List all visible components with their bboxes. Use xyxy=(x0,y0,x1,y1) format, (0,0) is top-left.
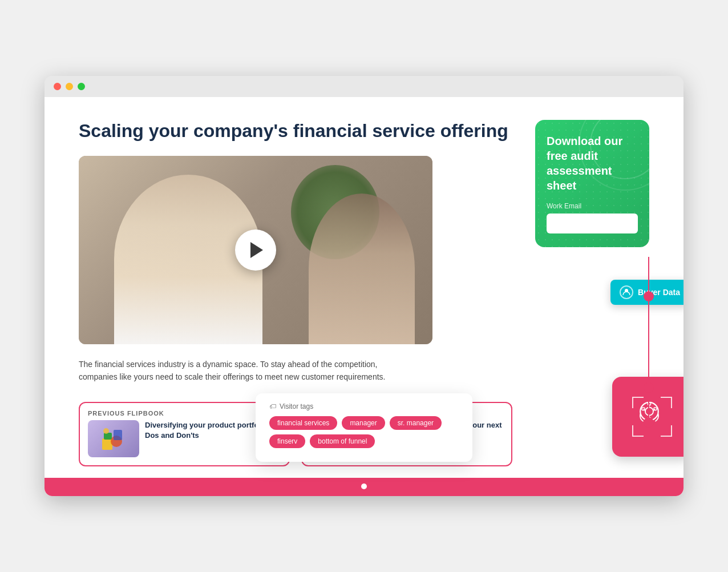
tag-financial-services[interactable]: financial services xyxy=(269,416,337,430)
right-column: Download our free audit assessment sheet… xyxy=(535,120,649,247)
browser-dot-red xyxy=(54,83,61,90)
bottom-dot-indicator xyxy=(361,484,367,489)
tag-bottom-of-funnel[interactable]: bottom of funnel xyxy=(310,434,375,448)
browser-dot-yellow xyxy=(66,83,73,90)
ai-brain-icon xyxy=(629,394,675,440)
tag-finserv[interactable]: finserv xyxy=(269,434,305,448)
play-triangle-icon xyxy=(250,242,263,258)
tags-row-1: financial services manager sr. manager xyxy=(269,416,459,430)
svg-rect-12 xyxy=(104,433,112,440)
bottom-bar xyxy=(45,478,683,496)
browser-dot-green xyxy=(78,83,85,90)
tag-icon: 🏷 xyxy=(269,402,276,410)
tags-row-2: finserv bottom of funnel xyxy=(269,434,459,448)
corner-bracket-bl xyxy=(632,425,644,437)
page-title: Scaling your company's financial service… xyxy=(79,120,512,142)
browser-content: Buyer Data xyxy=(45,97,683,496)
corner-bracket-br xyxy=(661,425,672,437)
dot-pattern-decoration xyxy=(535,120,649,247)
browser-titlebar xyxy=(45,76,683,97)
video-container[interactable] xyxy=(79,156,432,344)
cta-card: Download our free audit assessment sheet… xyxy=(535,120,649,247)
visitor-tags-header: 🏷 Visitor tags xyxy=(269,402,459,410)
tag-manager[interactable]: manager xyxy=(342,416,385,430)
description-text: The financial services industry is a dyn… xyxy=(79,358,410,384)
svg-rect-14 xyxy=(114,430,122,440)
buyer-data-icon xyxy=(620,285,633,299)
svg-point-15 xyxy=(103,428,109,434)
previous-flipbook-thumbnail xyxy=(88,420,139,457)
play-button[interactable] xyxy=(235,229,276,271)
svg-point-2 xyxy=(645,408,653,416)
person-right xyxy=(309,194,415,344)
tag-sr-manager[interactable]: sr. manager xyxy=(390,416,442,430)
timeline-dot-3 xyxy=(644,417,654,428)
visitor-tags-title: Visitor tags xyxy=(280,402,313,410)
corner-bracket-tl xyxy=(632,397,644,408)
visitor-tags-overlay: 🏷 Visitor tags financial services manage… xyxy=(256,393,472,462)
timeline-line xyxy=(648,257,649,438)
corner-bracket-tr xyxy=(661,397,672,408)
browser-window: Buyer Data xyxy=(45,76,683,496)
